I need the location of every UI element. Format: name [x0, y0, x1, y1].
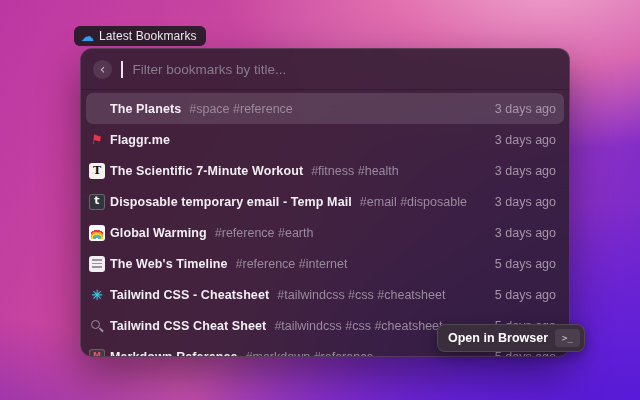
- back-button[interactable]: ‹: [93, 60, 112, 79]
- timeline-icon: [89, 256, 105, 272]
- flag-icon: [89, 132, 105, 148]
- bookmark-timestamp: 3 days ago: [495, 164, 556, 178]
- list-item[interactable]: Tailwind CSS - Cheatsheet #tailwindcss #…: [86, 279, 564, 310]
- blank-icon: [89, 101, 105, 117]
- terminal-key-icon: >_: [555, 329, 580, 347]
- bookmark-tags: #space #reference: [189, 102, 490, 116]
- text-cursor: [121, 61, 123, 78]
- bookmark-tags: #fitness #health: [311, 164, 490, 178]
- rainbow-icon: [89, 225, 105, 241]
- bookmark-tags: #reference #internet: [236, 257, 490, 271]
- search-bar: ‹ Filter bookmarks by title...: [81, 49, 569, 90]
- tempmail-t-icon: [89, 194, 105, 210]
- bookmark-timestamp: 3 days ago: [495, 226, 556, 240]
- bookmark-timestamp: 5 days ago: [495, 257, 556, 271]
- bookmark-title: The Scientific 7-Minute Workout: [110, 164, 303, 178]
- bookmark-title: The Web's Timeline: [110, 257, 228, 271]
- bookmark-title: Global Warming: [110, 226, 207, 240]
- desktop-wallpaper: ☁ Latest Bookmarks ‹ Filter bookmarks by…: [0, 0, 640, 400]
- bookmark-tags: #email #disposable: [360, 195, 490, 209]
- bookmark-title: Tailwind CSS Cheat Sheet: [110, 319, 266, 333]
- nyt-t-icon: [89, 163, 105, 179]
- list-item[interactable]: Global Warming #reference #earth 3 days …: [86, 217, 564, 248]
- magnifier-icon: [89, 318, 105, 334]
- bookmark-timestamp: 3 days ago: [495, 102, 556, 116]
- list-item[interactable]: Flaggr.me 3 days ago: [86, 124, 564, 155]
- command-title-pill: ☁ Latest Bookmarks: [74, 26, 206, 46]
- bookmark-timestamp: 3 days ago: [495, 195, 556, 209]
- bookmark-tags: #reference #earth: [215, 226, 490, 240]
- list-item[interactable]: The Planets #space #reference 3 days ago: [86, 93, 564, 124]
- bookmark-title: Flaggr.me: [110, 133, 170, 147]
- bookmark-list: The Planets #space #reference 3 days ago…: [81, 90, 569, 357]
- bookmark-title: Tailwind CSS - Cheatsheet: [110, 288, 269, 302]
- search-input[interactable]: Filter bookmarks by title...: [133, 62, 287, 77]
- list-item[interactable]: Disposable temporary email - Temp Mail #…: [86, 186, 564, 217]
- chevron-left-icon: ‹: [100, 62, 106, 76]
- open-in-browser-button[interactable]: Open in Browser >_: [437, 324, 585, 352]
- bookmark-title: Disposable temporary email - Temp Mail: [110, 195, 352, 209]
- bookmark-tags: #tailwindcss #css #cheatsheet: [277, 288, 490, 302]
- list-item[interactable]: The Web's Timeline #reference #internet …: [86, 248, 564, 279]
- bookmark-timestamp: 5 days ago: [495, 288, 556, 302]
- bookmark-timestamp: 3 days ago: [495, 133, 556, 147]
- list-item[interactable]: The Scientific 7-Minute Workout #fitness…: [86, 155, 564, 186]
- bookmarks-panel: ‹ Filter bookmarks by title... The Plane…: [80, 48, 570, 357]
- open-in-browser-label: Open in Browser: [448, 331, 548, 345]
- tailwind-icon: [89, 287, 105, 303]
- cloud-icon: ☁: [81, 30, 94, 43]
- markdown-icon: [89, 349, 105, 358]
- bookmark-title: Markdown Reference: [110, 350, 238, 358]
- command-title-label: Latest Bookmarks: [99, 29, 197, 43]
- bookmark-title: The Planets: [110, 102, 181, 116]
